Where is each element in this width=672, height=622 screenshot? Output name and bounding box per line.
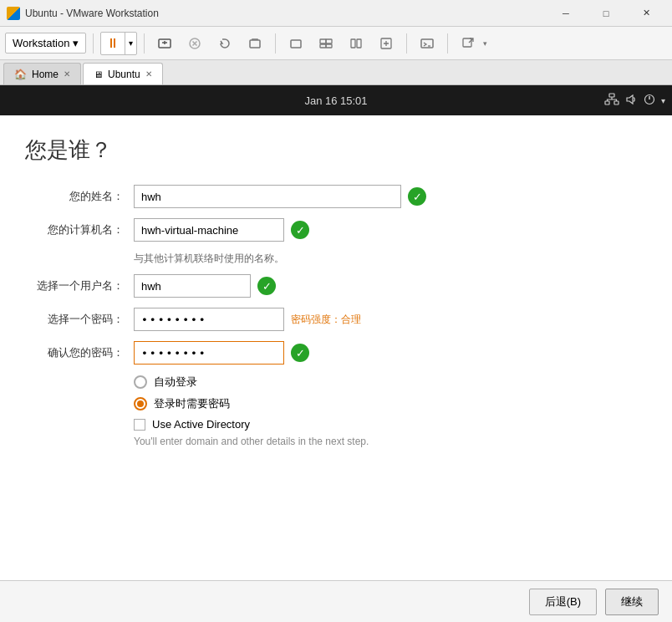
username-label: 选择一个用户名： <box>25 278 134 293</box>
confirm-password-input[interactable] <box>134 341 284 365</box>
vm-wrapper: Jan 16 15:01 ▾ 您是谁？ 您的姓名： ✓ <box>0 85 672 622</box>
ubuntu-tab-icon: 🖥 <box>94 69 103 79</box>
password-label: 选择一个密码： <box>25 312 134 327</box>
tab-home[interactable]: 🏠 Home ✕ <box>3 63 81 84</box>
workstation-group: Workstation ▾ <box>5 33 86 54</box>
vm-toolbar: Jan 16 15:01 ▾ <box>0 85 672 115</box>
app-icon <box>7 7 20 20</box>
svg-rect-8 <box>351 39 355 48</box>
workstation-label: Workstation <box>13 37 69 49</box>
name-input[interactable] <box>134 185 401 208</box>
ad-hint-text: You'll enter domain and other details in… <box>134 436 647 447</box>
svg-rect-6 <box>320 44 326 48</box>
username-check-icon: ✓ <box>257 277 276 295</box>
confirm-check-icon: ✓ <box>291 344 309 362</box>
dropdown-arrow-icon: ▾ <box>73 37 79 49</box>
vm-dropdown-icon[interactable]: ▾ <box>661 96 665 105</box>
active-directory-checkbox[interactable] <box>134 419 145 431</box>
svg-rect-7 <box>326 44 332 48</box>
svg-rect-3 <box>291 40 301 48</box>
toolbar-separator-2 <box>144 33 145 54</box>
view-button[interactable] <box>343 32 369 55</box>
svg-rect-4 <box>320 39 326 43</box>
toolbar-separator-4 <box>406 33 407 54</box>
pause-main-icon[interactable]: ⏸ <box>101 33 125 54</box>
svg-rect-5 <box>326 39 332 43</box>
svg-rect-11 <box>421 39 433 48</box>
main-toolbar: Workstation ▾ ⏸ ▾ ▾ <box>0 27 672 60</box>
home-tab-icon: 🏠 <box>14 69 27 80</box>
vm-datetime: Jan 16 15:01 <box>304 94 367 107</box>
vm-network-icon[interactable] <box>604 93 619 109</box>
svg-rect-2 <box>250 40 260 48</box>
password-row: 选择一个密码： 密码强度：合理 <box>25 308 647 331</box>
svg-rect-12 <box>463 38 471 47</box>
vm-power-icon[interactable] <box>643 93 656 109</box>
home-tab-label: Home <box>32 69 59 80</box>
auto-login-row: 自动登录 <box>134 375 647 390</box>
name-check-icon: ✓ <box>408 187 426 206</box>
svg-rect-9 <box>357 39 361 48</box>
name-label: 您的姓名： <box>25 189 134 204</box>
svg-rect-15 <box>614 101 619 105</box>
form-area: 您是谁？ 您的姓名： ✓ 您的计算机名： ✓ 与其他计算机联络时使用的名称。 选… <box>0 115 672 580</box>
require-password-row: 登录时需要密码 <box>134 396 647 411</box>
active-directory-row: Use Active Directory <box>134 418 647 431</box>
full-screen-button[interactable] <box>283 32 309 55</box>
snapshot-button[interactable] <box>242 32 268 55</box>
confirm-label: 确认您的密码： <box>25 345 134 360</box>
autofit-button[interactable] <box>373 32 400 55</box>
toolbar-separator-5 <box>447 33 448 54</box>
ubuntu-tab-label: Ubuntu <box>108 69 140 80</box>
window-title: Ubuntu - VMware Workstation <box>25 8 547 19</box>
computer-label: 您的计算机名： <box>25 222 134 237</box>
revert-button[interactable] <box>211 32 238 55</box>
close-button[interactable]: ✕ <box>627 0 665 27</box>
maximize-button[interactable]: □ <box>587 0 625 27</box>
active-directory-label: Use Active Directory <box>152 418 250 431</box>
svg-rect-13 <box>609 94 614 97</box>
minimize-button[interactable]: ─ <box>547 0 585 27</box>
workstation-menu-button[interactable]: Workstation ▾ <box>5 33 86 54</box>
vm-sound-icon[interactable] <box>624 93 638 109</box>
back-button[interactable]: 后退(B) <box>529 589 597 615</box>
toolbar-separator-3 <box>275 33 276 54</box>
vm-toolbar-controls: ▾ <box>604 93 665 109</box>
home-tab-close[interactable]: ✕ <box>64 69 70 79</box>
tab-ubuntu[interactable]: 🖥 Ubuntu ✕ <box>83 63 163 84</box>
name-row: 您的姓名： ✓ <box>25 185 647 208</box>
vm-content-area: 您是谁？ 您的姓名： ✓ 您的计算机名： ✓ 与其他计算机联络时使用的名称。 选… <box>0 115 672 622</box>
password-strength-label: 密码强度：合理 <box>291 313 361 327</box>
title-bar: Ubuntu - VMware Workstation ─ □ ✕ <box>0 0 672 27</box>
username-input[interactable] <box>134 274 251 298</box>
auto-login-label: 自动登录 <box>154 375 197 390</box>
power-button[interactable] <box>181 32 208 55</box>
require-password-label: 登录时需要密码 <box>154 396 230 411</box>
console-button[interactable] <box>414 32 440 55</box>
unity-button[interactable] <box>313 32 339 55</box>
confirm-password-row: 确认您的密码： ✓ <box>25 341 647 365</box>
continue-button[interactable]: 继续 <box>605 589 659 615</box>
auto-login-radio[interactable] <box>134 375 147 389</box>
external-dropdown-icon[interactable]: ▾ <box>483 39 487 48</box>
send-ctrl-alt-del-button[interactable] <box>151 32 178 55</box>
svg-rect-14 <box>605 101 609 105</box>
page-title: 您是谁？ <box>25 135 647 165</box>
computer-name-row: 您的计算机名： ✓ <box>25 218 647 242</box>
ubuntu-tab-close[interactable]: ✕ <box>145 69 152 79</box>
tab-bar: 🏠 Home ✕ 🖥 Ubuntu ✕ <box>0 60 672 85</box>
computer-name-input[interactable] <box>134 218 284 242</box>
pause-button-group[interactable]: ⏸ ▾ <box>100 32 137 55</box>
toolbar-separator-1 <box>93 33 94 54</box>
pause-dropdown-icon[interactable]: ▾ <box>125 33 136 54</box>
computer-hint: 与其他计算机联络时使用的名称。 <box>134 252 647 266</box>
require-password-radio[interactable] <box>134 397 147 410</box>
external-button[interactable] <box>455 32 481 55</box>
bottom-button-bar: 后退(B) 继续 <box>0 580 672 622</box>
computer-check-icon: ✓ <box>291 221 309 239</box>
password-input[interactable] <box>134 308 284 331</box>
window-controls: ─ □ ✕ <box>547 0 665 27</box>
username-row: 选择一个用户名： ✓ <box>25 274 647 298</box>
